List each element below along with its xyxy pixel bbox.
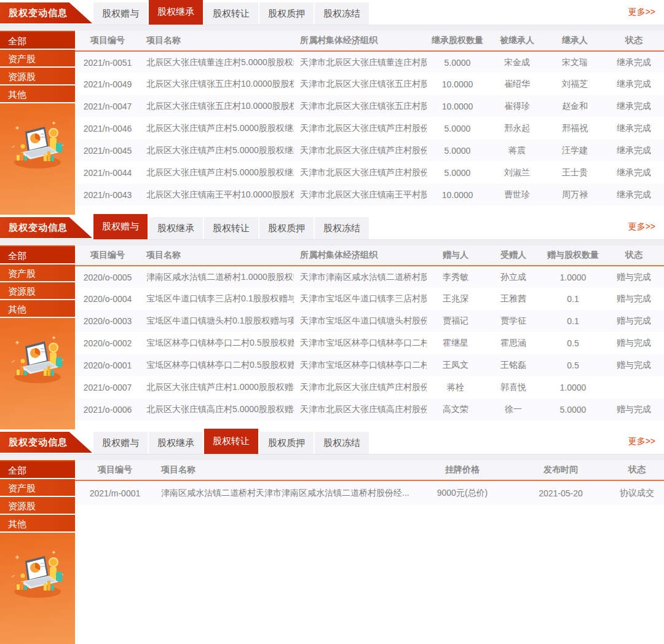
sidebar-item-2[interactable]: 资源股 xyxy=(0,68,75,85)
more-link[interactable]: 更多>> xyxy=(628,436,655,447)
tab-1[interactable]: 股权继承 xyxy=(149,217,203,239)
cell-3: 王凤文 xyxy=(427,354,484,376)
table-row[interactable]: 2021/m-0001津南区咸水沽镇二道桥村天津市津南区咸水沽镇二道桥村股份经.… xyxy=(75,480,664,505)
table-row[interactable]: 2021/n-0049北辰区大张庄镇张五庄村10.0000股股权继...天津市北… xyxy=(75,73,664,95)
cell-0: 2020/o-0004 xyxy=(75,288,140,310)
cell-3: 贾福记 xyxy=(427,310,484,332)
tab-0[interactable]: 股权赠与 xyxy=(93,2,148,25)
cell-2: 天津市北辰区大张庄镇芦庄村股份... xyxy=(294,376,427,399)
cell-0: 2021/n-0045 xyxy=(75,140,140,162)
more-link[interactable]: 更多>> xyxy=(628,7,655,18)
sidebar-item-1[interactable]: 资产股 xyxy=(0,264,75,282)
cell-1: 宝坻区林亭口镇林亭口二村0.5股股权赠与... xyxy=(140,354,294,376)
tab-active[interactable]: 股权赠与 xyxy=(93,214,148,239)
table-row[interactable]: 2020/o-0002宝坻区林亭口镇林亭口二村0.5股股权赠与...天津市宝坻区… xyxy=(75,332,664,354)
cell-3: 李秀敏 xyxy=(427,266,484,288)
column-header-4: 状态 xyxy=(610,460,664,480)
category-sidebar: 全部资产股资源股其他 xyxy=(0,460,75,644)
cell-4: 协议成交 xyxy=(610,480,664,505)
tab-4[interactable]: 股权冻结 xyxy=(315,2,369,25)
column-header-2: 所属村集体经济组织 xyxy=(294,245,427,266)
cell-0: 2021/n-0044 xyxy=(75,162,140,184)
cell-2: 天津市北辰区大张庄镇高庄村股份... xyxy=(294,399,427,421)
cell-5: 1.0000 xyxy=(542,376,604,399)
section-header: 股权变动信息 股权赠与股权继承股权转让股权质押股权冻结 更多>> xyxy=(0,429,664,455)
sidebar-item-0[interactable]: 全部 xyxy=(0,32,75,50)
table-row[interactable]: 2020/o-0005津南区咸水沽镇二道桥村1.0000股股权赠...天津市津南… xyxy=(75,266,664,288)
column-header-1: 项目名称 xyxy=(140,245,294,266)
cell-3: 10.0000 xyxy=(427,73,488,95)
cell-1: 北辰区大张庄镇芦庄村5.0000股股权继承... xyxy=(140,117,294,140)
category-sidebar: 全部资产股资源股其他 xyxy=(0,31,75,215)
cell-3: 5.0000 xyxy=(427,117,488,140)
column-header-5: 赠与股权数量 xyxy=(542,245,604,266)
section-divider xyxy=(0,25,664,31)
table-row[interactable]: 2021/n-0045北辰区大张庄镇芦庄村5.0000股股权继承...天津市北辰… xyxy=(75,140,664,162)
cell-2: 天津市宝坻区牛道口镇塘头村股份... xyxy=(294,310,427,332)
tab-3[interactable]: 股权质押 xyxy=(259,2,314,25)
tab-0[interactable]: 股权赠与 xyxy=(93,432,148,454)
column-header-0: 项目编号 xyxy=(75,31,140,51)
table-row[interactable]: 2020/o-0001宝坻区林亭口镇林亭口二村0.5股股权赠与...天津市宝坻区… xyxy=(75,354,664,376)
sidebar-item-3[interactable]: 其他 xyxy=(0,515,75,533)
table-row[interactable]: 2021/n-0043北辰区大张庄镇南王平村10.0000股股权继...天津市北… xyxy=(75,184,664,206)
tab-2[interactable]: 股权转让 xyxy=(204,2,258,25)
table-row[interactable]: 2020/o-0004宝坻区牛道口镇李三店村0.1股股权赠与项目天津市宝坻区牛道… xyxy=(75,288,664,310)
cell-5: 5.0000 xyxy=(542,399,604,421)
sidebar-item-0[interactable]: 全部 xyxy=(0,247,75,264)
section-title: 股权变动信息 xyxy=(9,437,68,447)
cell-1: 津南区咸水沽镇二道桥村天津市津南区咸水沽镇二道桥村股份经... xyxy=(155,480,413,505)
tab-bar: 股权赠与股权继承股权转让股权质押股权冻结 xyxy=(93,0,370,25)
cell-4: 王铭磊 xyxy=(484,354,542,376)
table-row[interactable]: 2021/o-0006北辰区大张庄镇高庄村5.0000股股权赠与...天津市北辰… xyxy=(75,399,664,421)
sidebar-item-1[interactable]: 资产股 xyxy=(0,50,75,68)
cell-4: 贾学征 xyxy=(484,310,542,332)
cell-1: 北辰区大张庄镇芦庄村5.0000股股权继承... xyxy=(140,162,294,184)
section-title: 股权变动信息 xyxy=(9,222,68,233)
tab-active[interactable]: 股权转让 xyxy=(204,429,258,454)
cell-0: 2020/o-0003 xyxy=(75,310,140,332)
sidebar-item-2[interactable]: 资源股 xyxy=(0,282,75,300)
tab-4[interactable]: 股权冻结 xyxy=(315,217,369,239)
table-row[interactable]: 2021/n-0047北辰区大张庄镇张五庄村10.0000股股权继...天津市北… xyxy=(75,95,664,117)
cell-3: 5.0000 xyxy=(427,162,488,184)
cell-0: 2021/o-0007 xyxy=(75,376,140,399)
cell-0: 2021/n-0047 xyxy=(75,95,140,117)
table-row[interactable]: 2020/o-0003宝坻区牛道口镇塘头村0.1股股权赠与项目天津市宝坻区牛道口… xyxy=(75,310,664,332)
tab-2[interactable]: 股权转让 xyxy=(204,217,258,239)
tab-3[interactable]: 股权质押 xyxy=(259,432,314,454)
table-row[interactable]: 2021/o-0007北辰区大张庄镇芦庄村1.0000股股权赠与...天津市北辰… xyxy=(75,376,664,399)
cell-0: 2021/n-0049 xyxy=(75,73,140,95)
inheritance-table: 项目编号项目名称所属村集体经济组织继承股权数量被继承人继承人状态2021/n-0… xyxy=(75,31,664,206)
cell-6: 赠与完成 xyxy=(604,266,664,288)
sidebar-item-2[interactable]: 资源股 xyxy=(0,497,75,515)
tab-4[interactable]: 股权冻结 xyxy=(315,432,369,454)
cell-4: 蒋震 xyxy=(488,140,546,162)
column-header-6: 状态 xyxy=(604,245,664,266)
cell-2: 天津市津南区咸水沽镇二道桥村股... xyxy=(294,266,427,288)
column-header-0: 项目编号 xyxy=(75,245,140,266)
tab-bar: 股权赠与股权继承股权转让股权质押股权冻结 xyxy=(93,214,370,239)
sidebar-item-1[interactable]: 资产股 xyxy=(0,479,75,497)
cell-0: 2020/o-0002 xyxy=(75,332,140,354)
tab-active[interactable]: 股权继承 xyxy=(149,0,203,25)
cell-2: 天津市北辰区大张庄镇芦庄村股份... xyxy=(294,117,427,140)
section-header: 股权变动信息 股权赠与股权继承股权转让股权质押股权冻结 更多>> xyxy=(0,215,664,240)
table-row[interactable]: 2021/n-0046北辰区大张庄镇芦庄村5.0000股股权继承...天津市北辰… xyxy=(75,117,664,140)
cell-3: 10.0000 xyxy=(427,95,488,117)
sidebar-item-3[interactable]: 其他 xyxy=(0,85,75,103)
cell-1: 北辰区大张庄镇高庄村5.0000股股权赠与... xyxy=(140,399,294,421)
more-link[interactable]: 更多>> xyxy=(628,221,655,233)
sidebar-item-0[interactable]: 全部 xyxy=(0,461,75,479)
cell-3: 10.0000 xyxy=(427,184,488,206)
tab-3[interactable]: 股权质押 xyxy=(259,217,314,239)
cell-2: 天津市北辰区大张庄镇张五庄村股... xyxy=(294,73,427,95)
table-row[interactable]: 2021/n-0044北辰区大张庄镇芦庄村5.0000股股权继承...天津市北辰… xyxy=(75,162,664,184)
cell-4: 崔绍华 xyxy=(488,73,546,95)
section-content: 全部资产股资源股其他 项目编号项目名称挂牌价格发布时间状态2021/m-0001… xyxy=(0,460,664,644)
table-row[interactable]: 2021/n-0051北辰区大张庄镇董连庄村5.0000股股权继...天津市北辰… xyxy=(75,51,664,73)
cell-6: 继承完成 xyxy=(604,140,664,162)
sidebar-item-3[interactable]: 其他 xyxy=(0,300,75,318)
tab-1[interactable]: 股权继承 xyxy=(149,432,203,454)
cell-3: 王兆深 xyxy=(427,288,484,310)
